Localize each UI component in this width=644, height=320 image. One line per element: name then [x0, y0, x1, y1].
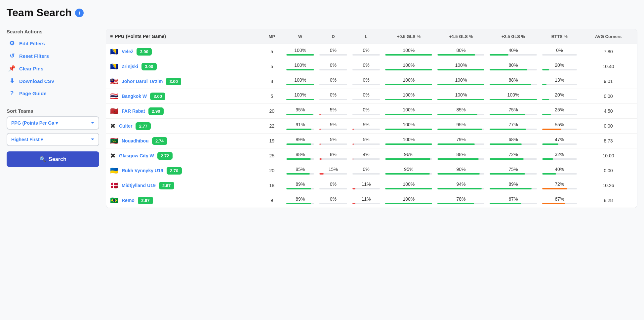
team-flag: 🇲🇷 — [110, 137, 118, 145]
sort-order-select[interactable]: Highest First ▾ — [7, 133, 99, 146]
team-name[interactable]: Rukh Vynnyky U19 — [122, 168, 163, 173]
team-flag: ✖ — [110, 152, 116, 160]
table-cell: 100% — [284, 74, 317, 89]
team-name[interactable]: Zrinjski — [122, 64, 138, 69]
mp-cell: 20 — [260, 163, 284, 178]
table-cell: 0% — [317, 193, 350, 208]
table-cell: 47% — [540, 134, 580, 148]
table-cell: 5% — [317, 119, 350, 134]
col-header-25gls[interactable]: +2.5 GLS % — [487, 29, 539, 44]
table-cell: 5% — [350, 119, 383, 134]
download-csv-label: Download CSV — [19, 78, 55, 84]
col-header-team[interactable]: ≡ PPG (Points Per Game) — [106, 29, 260, 44]
team-flag: 🇹🇭 — [110, 92, 118, 100]
team-flag: 🇧🇦 — [110, 62, 118, 70]
table-cell: 100% — [435, 89, 487, 104]
sidebar-action-page-guide[interactable]: ?Page Guide — [7, 87, 99, 100]
table-cell: 88% — [487, 74, 539, 89]
sort-teams-label: Sort Teams — [7, 108, 99, 114]
sidebar: Search Actions ⚙Edit Filters↺Reset Filte… — [7, 29, 99, 208]
edit-filters-icon: ⚙ — [8, 40, 16, 47]
team-cell: ✖Culter2.77 — [106, 119, 260, 134]
download-csv-icon: ⬇ — [8, 77, 16, 85]
search-button[interactable]: 🔍 Search — [7, 151, 99, 167]
team-flag: 🇧🇦 — [110, 48, 118, 56]
team-name[interactable]: Johor Darul Ta'zim — [122, 79, 163, 84]
team-name[interactable]: Velež — [122, 49, 133, 54]
table-cell: 100% — [382, 193, 435, 208]
table-cell: 0% — [317, 59, 350, 74]
mp-cell: 9 — [260, 193, 284, 208]
col-header-w[interactable]: W — [284, 29, 317, 44]
search-actions-group: ⚙Edit Filters↺Reset Filters📌Clear Pins⬇D… — [7, 37, 99, 100]
table-cell: 20% — [540, 89, 580, 104]
table-row: 🇧🇷Remo2.67989%0%11%100%78%67%67%8.28 — [106, 193, 637, 208]
team-name[interactable]: Midtjylland U19 — [122, 183, 156, 188]
team-name[interactable]: FAR Rabat — [122, 108, 145, 114]
table-cell: 80% — [487, 59, 539, 74]
table-cell: 100% — [382, 119, 435, 134]
table-cell: 0% — [317, 44, 350, 59]
team-flag: 🇺🇦 — [110, 167, 118, 175]
table-cell: 100% — [284, 44, 317, 59]
table-row: 🇲🇦FAR Rabat2.902095%5%0%100%85%75%25%4.5… — [106, 104, 637, 119]
table-cell: 88% — [435, 148, 487, 163]
table-cell: 79% — [435, 134, 487, 148]
avg-corners-cell: 10.00 — [580, 148, 637, 163]
col-header-05gls[interactable]: +0.5 GLS % — [382, 29, 435, 44]
team-flag: 🇲🇾 — [110, 77, 118, 85]
table-cell: 85% — [435, 104, 487, 119]
team-name[interactable]: Nouadhibou — [122, 138, 149, 143]
table-cell: 11% — [350, 193, 383, 208]
team-name[interactable]: Glasgow City W — [119, 153, 154, 158]
col-header-btts[interactable]: BTTS % — [540, 29, 580, 44]
sidebar-action-edit-filters[interactable]: ⚙Edit Filters — [7, 37, 99, 50]
ppg-badge: 3.00 — [150, 93, 165, 100]
table-cell: 100% — [382, 44, 435, 59]
info-icon[interactable]: i — [75, 9, 84, 17]
team-cell: 🇧🇦Velež3.00 — [106, 44, 260, 59]
table-cell: 0% — [317, 178, 350, 193]
table-cell: 89% — [284, 193, 317, 208]
team-cell: 🇲🇷Nouadhibou2.74 — [106, 134, 260, 148]
page-guide-icon: ? — [8, 90, 16, 97]
ppg-badge: 2.67 — [159, 182, 174, 189]
team-cell: 🇧🇷Remo2.67 — [106, 193, 260, 208]
avg-corners-cell: 10.26 — [580, 178, 637, 193]
team-cell: 🇹🇭Bangkok W3.00 — [106, 89, 260, 104]
table-cell: 0% — [350, 163, 383, 178]
table-cell: 88% — [284, 148, 317, 163]
col-header-mp[interactable]: MP — [260, 29, 284, 44]
team-name[interactable]: Culter — [119, 123, 132, 129]
search-icon: 🔍 — [39, 156, 46, 162]
col-header-d[interactable]: D — [317, 29, 350, 44]
table-cell: 13% — [540, 74, 580, 89]
mp-cell: 25 — [260, 148, 284, 163]
team-name[interactable]: Bangkok W — [122, 94, 147, 99]
table-cell: 67% — [487, 193, 539, 208]
sidebar-action-download-csv[interactable]: ⬇Download CSV — [7, 75, 99, 87]
page-guide-label: Page Guide — [19, 91, 47, 96]
table-cell: 100% — [382, 134, 435, 148]
avg-corners-cell: 8.73 — [580, 134, 637, 148]
table-cell: 100% — [487, 89, 539, 104]
clear-pins-icon: 📌 — [8, 65, 16, 72]
table-cell: 8% — [317, 148, 350, 163]
sidebar-action-clear-pins[interactable]: 📌Clear Pins — [7, 62, 99, 75]
ppg-badge: 2.90 — [148, 107, 164, 115]
sort-field-select[interactable]: PPG (Points Per Ga ▾ — [7, 116, 99, 130]
col-header-15gls[interactable]: +1.5 GLS % — [435, 29, 487, 44]
mp-cell: 22 — [260, 119, 284, 134]
col-header-l[interactable]: L — [350, 29, 383, 44]
avg-corners-cell: 4.50 — [580, 104, 637, 119]
sidebar-action-reset-filters[interactable]: ↺Reset Filters — [7, 50, 99, 62]
table-cell: 67% — [540, 193, 580, 208]
col-header-avgcorners[interactable]: AVG Corners — [580, 29, 637, 44]
team-name[interactable]: Remo — [122, 198, 135, 203]
table-cell: 20% — [540, 59, 580, 74]
table-row: 🇧🇦Velež3.005100%0%0%100%80%40%0%7.80 — [106, 44, 637, 59]
table-cell: 75% — [487, 163, 539, 178]
ppg-badge: 3.00 — [166, 78, 181, 85]
table-cell: 89% — [284, 178, 317, 193]
avg-corners-cell: 10.40 — [580, 59, 637, 74]
